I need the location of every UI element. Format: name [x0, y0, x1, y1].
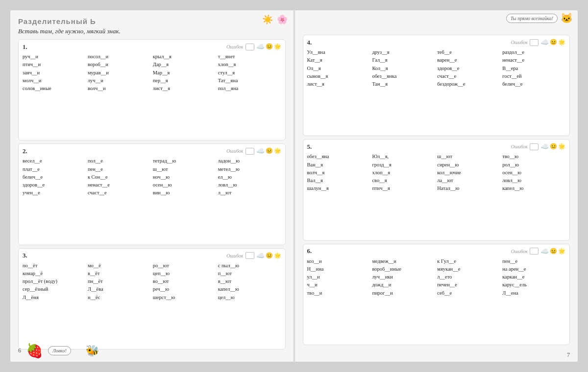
ex4-num: 4. — [307, 39, 312, 46]
cloud-icon: ☁️ — [540, 38, 549, 46]
ex2-col4: ладон__ю метел__ю ел__ю ловл__ю л__ют — [218, 157, 281, 197]
word: ненаст__е — [502, 56, 565, 64]
page-title: Разделительный Ь — [18, 17, 286, 25]
word: здоров__е — [23, 181, 86, 189]
page-right: Ты прямо всезнайка! 🐱 4. Ошибок ☁️ 😐 🌟 — [294, 10, 579, 362]
word: капел__ю — [218, 285, 281, 293]
word: сынов__я — [307, 72, 370, 80]
ex2-header: 2. Ошибок ☁️ 😐 🌟 — [23, 147, 281, 155]
ex2-mistakes-box[interactable] — [245, 148, 254, 155]
word: мурав__и — [88, 69, 151, 77]
word: ловл__ю — [218, 181, 281, 189]
word: тво__ю — [502, 153, 565, 161]
word: вин__ю — [153, 189, 216, 197]
word: реч__ю — [153, 285, 216, 293]
ex1-col2: посол__и вороб__и мурав__и луч__и волч__… — [88, 53, 151, 93]
ex3-col4: с пыл__ю п__ют в__ют капел__ю цел__ю — [218, 262, 281, 302]
ex5-col4: тво__ю рол__ю осен__ю ловл__ю капел__ю — [502, 153, 565, 192]
sun-rating-icon: 🌟 — [558, 39, 565, 46]
ex6-col3: к Гул__е мяукан__е л__ето печен__е себ__… — [437, 257, 500, 297]
ex3-mistakes-label: Ошибок — [226, 253, 243, 258]
word: Ул__яна — [307, 48, 370, 56]
word: ро__ют — [153, 262, 216, 270]
word: мо__ё — [88, 262, 151, 270]
ex5-mistakes-label: Ошибок — [511, 144, 528, 149]
ex3-col3: ро__ют цеп__ю во__ют реч__ю шерст__ю — [153, 262, 216, 302]
ex1-rating: ☁️ 😐 🌟 — [256, 43, 281, 51]
word: белич__е — [502, 80, 565, 88]
ex6-header: 6. Ошибок ☁️ 😐 🌟 — [307, 247, 566, 256]
word: в__ют — [218, 278, 281, 285]
word: пол__е — [88, 157, 151, 165]
word: ладон__ю — [218, 157, 281, 165]
ex3-num: 3. — [23, 252, 27, 259]
sun-icon: ☀️ — [262, 14, 273, 25]
word: Кат__я — [307, 56, 370, 64]
word: здоров__е — [437, 65, 500, 72]
word: Тат__яна — [218, 77, 281, 85]
word: ш__ют — [153, 165, 216, 173]
face-icon: 😐 — [550, 248, 557, 255]
ex1-header: 1. Ошибок ☁️ 😐 🌟 — [23, 43, 281, 51]
word: хлоп__я — [218, 61, 281, 69]
word: ел__ю — [218, 173, 281, 181]
word: в__ёт — [88, 270, 151, 278]
ex6-col1: коз__и Н__ина ул__и ч__и тво__и — [307, 257, 370, 297]
word: пн__ёт — [88, 278, 151, 285]
ex4-mistakes-box[interactable] — [530, 39, 539, 46]
word: цеп__ю — [153, 270, 216, 278]
word: по__ёт — [23, 262, 86, 270]
exercise-5: 5. Ошибок ☁️ 😐 🌟 обез__яна Ван__я волч__… — [303, 139, 570, 240]
page-left: Разделительный Ь Вставь там, где нужно, … — [10, 10, 294, 362]
word: Ол__я — [307, 65, 370, 72]
cloud-icon: ☁️ — [256, 252, 265, 260]
word: прол__ёт (воду) — [23, 278, 86, 285]
ex6-mistakes-box[interactable] — [530, 248, 539, 255]
word: ноч__ю — [153, 173, 216, 181]
word: осен__ю — [502, 169, 565, 177]
exercise-3: 3. Ошибок ☁️ 😐 🌟 по__ёт комар__ё прол__ё… — [18, 248, 286, 349]
word: Вал__я — [307, 177, 370, 185]
speech-bubble: Ты прямо всезнайка! — [506, 14, 558, 23]
ex5-col1: обез__яна Ван__я волч__я Вал__я шалун__я — [307, 153, 370, 192]
right-page-footer: 7 — [567, 350, 570, 359]
ex5-mistakes-box[interactable] — [530, 143, 539, 150]
ex4-col4: раздол__е ненаст__е В__ера гост__ей бели… — [502, 48, 565, 88]
word: сво__я — [372, 177, 435, 185]
word: птич__и — [23, 61, 86, 69]
word: Н__ина — [307, 265, 370, 273]
word: ловл__ю — [502, 177, 565, 185]
ex6-num: 6. — [307, 247, 312, 255]
exercise-1: 1. Ошибок ☁️ 😐 🌟 руч__и птич__и заяч__и … — [18, 39, 286, 140]
word: пен__е — [88, 165, 151, 173]
word: счаст__е — [88, 189, 151, 197]
sun-rating-icon: 🌟 — [274, 252, 281, 259]
ex2-num: 2. — [23, 147, 27, 155]
word: шерст__ю — [153, 294, 216, 302]
word: на арен__е — [502, 265, 565, 273]
cloud-icon: ☁️ — [256, 147, 265, 155]
word: пол__яна — [218, 85, 281, 93]
word: ш__ют — [437, 153, 500, 161]
word: грозд__я — [372, 161, 435, 169]
face-icon: 😐 — [266, 147, 273, 155]
word: печен__е — [437, 281, 500, 289]
word: Дар__я — [153, 61, 216, 69]
word: Ван__я — [307, 161, 370, 169]
word: молч__и — [23, 77, 86, 85]
word: тетрад__ю — [153, 157, 216, 165]
word: раздол__е — [502, 48, 565, 56]
word: пер__я — [153, 77, 216, 85]
ex3-mistakes-box[interactable] — [245, 252, 254, 259]
ex6-mistakes-label: Ошибок — [511, 249, 528, 254]
exercise-2: 2. Ошибок ☁️ 😐 🌟 весел__е плат__е белич_… — [18, 143, 286, 245]
word: Гал__я — [372, 56, 435, 64]
word: лист__я — [153, 85, 216, 93]
left-page-num: 6 — [18, 347, 21, 354]
ex1-mistakes-box[interactable] — [245, 44, 254, 50]
ex3-header: 3. Ошибок ☁️ 😐 🌟 — [23, 252, 281, 260]
word: коз__и — [307, 257, 370, 265]
ex5-header: 5. Ошибок ☁️ 😐 🌟 — [307, 142, 566, 151]
word: хлоп__я — [372, 169, 435, 177]
word: дожд__и — [372, 281, 435, 289]
